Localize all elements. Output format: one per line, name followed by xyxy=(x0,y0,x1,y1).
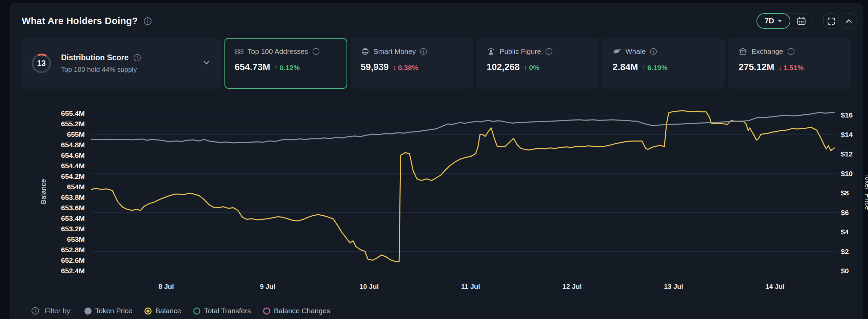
holders-panel: What Are Holders Doing? 7D xyxy=(9,3,863,319)
y-axis-tick-left: 654.6M xyxy=(61,151,85,159)
card-smart-money[interactable]: Smart Money 59,939 ↓ 0.38% xyxy=(351,38,473,89)
change-pct: 0.12% xyxy=(280,64,300,72)
card-public-figure[interactable]: Public Figure 102,268 ↑ 0% xyxy=(476,38,599,89)
change-pct: 6.19% xyxy=(647,64,668,72)
card-label: Exchange xyxy=(751,47,783,56)
range-selected-label: 7D xyxy=(765,17,774,25)
fullscreen-button[interactable] xyxy=(823,13,839,29)
collapse-button[interactable] xyxy=(841,13,856,29)
series-balance xyxy=(92,111,834,262)
info-icon[interactable] xyxy=(133,54,141,62)
banknote-icon xyxy=(235,47,243,56)
smart-money-icon xyxy=(361,47,370,56)
info-icon[interactable] xyxy=(650,48,657,55)
x-axis-tick: 9 Jul xyxy=(260,283,276,290)
legend-label: Balance xyxy=(155,307,181,315)
filter-by-label: Filter by: xyxy=(45,307,72,315)
page-title: What Are Holders Doing? xyxy=(22,16,138,26)
public-figure-icon xyxy=(487,47,495,56)
legend-item-token-price[interactable]: Token Price xyxy=(84,307,133,315)
legend-item-balance[interactable]: Balance xyxy=(144,307,181,315)
card-value: 59,939 xyxy=(361,62,389,72)
card-change: ↓ 0.38% xyxy=(393,64,418,72)
change-arrow: ↓ xyxy=(393,64,396,72)
fullscreen-icon xyxy=(827,17,836,26)
whale-icon xyxy=(613,47,622,56)
legend-item-total-transfers[interactable]: Total Transfers xyxy=(193,307,251,315)
card-whale[interactable]: Whale 2.84M ↑ 6.19% xyxy=(603,38,725,89)
y-axis-tick-left: 652.4M xyxy=(61,267,85,275)
range-group: 7D xyxy=(757,13,812,29)
y-axis-tick-right: $16 xyxy=(841,111,853,119)
holders-chart[interactable]: 655.4M655.2M655M654.8M654.6M654.4M654.2M… xyxy=(9,101,868,297)
x-axis-tick: 8 Jul xyxy=(158,283,174,290)
distribution-score-title: Distribution Score xyxy=(61,53,129,62)
chevron-down-icon xyxy=(777,20,782,22)
change-arrow: ↓ xyxy=(778,64,782,72)
card-change: ↑ 0.12% xyxy=(274,64,300,72)
x-axis-tick: 10 Jul xyxy=(359,283,379,290)
y-axis-tick-right: $12 xyxy=(841,150,853,158)
legend-label: Total Transfers xyxy=(204,307,251,315)
info-icon[interactable] xyxy=(143,17,152,25)
card-exchange[interactable]: Exchange 275.12M ↓ 1.51% xyxy=(728,38,851,89)
distribution-score-text: Distribution Score Top 100 hold 44% supp… xyxy=(61,53,141,73)
card-value: 654.73M xyxy=(235,62,270,72)
y-axis-tick-left: 653.6M xyxy=(61,204,85,212)
info-icon[interactable] xyxy=(420,48,427,55)
y-axis-tick-left: 652.8M xyxy=(61,246,85,254)
card-label: Whale xyxy=(626,47,646,56)
change-pct: 0.38% xyxy=(398,64,418,72)
card-change: ↑ 6.19% xyxy=(642,64,668,72)
card-value: 2.84M xyxy=(613,62,638,72)
header-controls: 7D xyxy=(757,13,860,29)
chevron-down-icon[interactable] xyxy=(202,58,211,68)
exchange-bank-icon xyxy=(738,47,747,56)
info-icon[interactable] xyxy=(312,48,320,55)
y-axis-tick-right: $10 xyxy=(841,170,853,177)
card-change: ↑ 0% xyxy=(524,64,539,72)
calendar-icon xyxy=(797,17,806,26)
info-icon[interactable] xyxy=(787,48,795,55)
y-axis-title-balance: Balance xyxy=(40,168,47,215)
y-axis-tick-left: 653.4M xyxy=(61,214,85,222)
card-label: Top 100 Addresses xyxy=(248,47,308,56)
x-axis-tick: 11 Jul xyxy=(461,283,480,290)
y-axis-tick-left: 653M xyxy=(67,235,85,243)
y-axis-tick-right: $2 xyxy=(841,248,849,255)
card-value: 275.12M xyxy=(738,62,774,72)
legend-item-balance-changes[interactable]: Balance Changes xyxy=(263,307,330,315)
info-icon[interactable] xyxy=(545,48,553,55)
y-axis-tick-left: 655.4M xyxy=(61,109,85,117)
filter-legend: Filter by: Token Price Balance Total Tra… xyxy=(31,302,330,319)
y-axis-tick-left: 654M xyxy=(67,183,85,191)
change-arrow: ↑ xyxy=(642,64,646,72)
chevron-up-icon xyxy=(844,17,853,26)
x-axis-tick: 12 Jul xyxy=(563,283,582,290)
change-pct: 0% xyxy=(529,64,539,72)
calendar-button[interactable] xyxy=(790,14,812,28)
title-wrap: What Are Holders Doing? xyxy=(22,16,757,26)
y-axis-tick-right: $14 xyxy=(841,131,853,139)
change-arrow: ↑ xyxy=(274,64,278,72)
legend-label: Balance Changes xyxy=(274,307,330,315)
y-axis-tick-left: 653.8M xyxy=(61,193,85,201)
token-price-marker xyxy=(84,307,92,315)
card-value: 102,268 xyxy=(487,62,520,72)
card-label: Smart Money xyxy=(374,47,416,56)
card-top-100-addresses[interactable]: Top 100 Addresses 654.73M ↑ 0.12% xyxy=(224,38,347,89)
range-selector-button[interactable]: 7D xyxy=(756,13,790,29)
x-axis-tick: 14 Jul xyxy=(765,283,785,290)
balance-changes-marker xyxy=(263,307,270,315)
metric-cards-row: 13 Distribution Score Top 100 hold 44% s… xyxy=(9,37,863,89)
holders-dashboard: { "header": { "title": "What Are Holders… xyxy=(0,0,868,319)
distribution-score-value: 13 xyxy=(31,52,52,74)
info-icon[interactable] xyxy=(31,307,39,315)
distribution-score-gauge: 13 xyxy=(31,52,52,74)
total-transfers-marker xyxy=(193,307,200,315)
y-axis-tick-left: 652.6M xyxy=(61,256,85,264)
y-axis-tick-left: 653.2M xyxy=(61,225,85,233)
balance-marker xyxy=(144,307,152,315)
y-axis-tick-left: 654.8M xyxy=(61,141,85,149)
distribution-score-card[interactable]: 13 Distribution Score Top 100 hold 44% s… xyxy=(22,38,221,89)
